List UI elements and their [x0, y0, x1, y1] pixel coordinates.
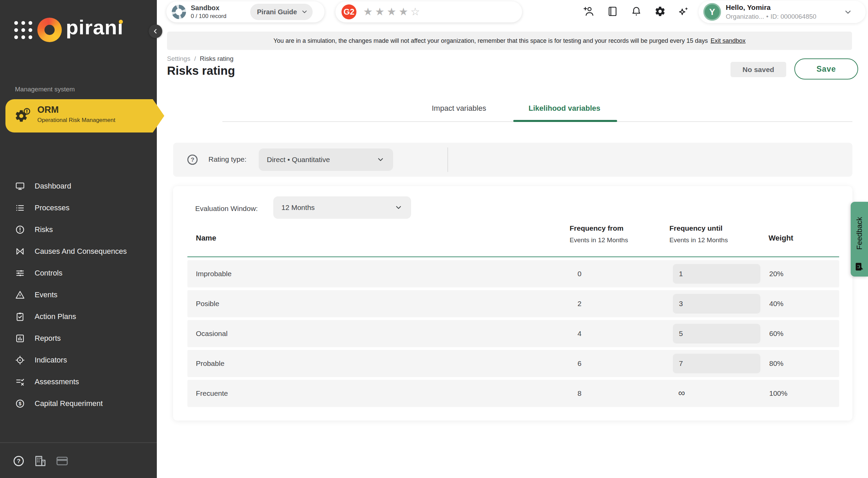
ai-sparkles-icon[interactable]: [676, 4, 691, 19]
simulation-banner: You are in a simulation, the changes mad…: [167, 32, 852, 50]
avatar-initial: Y: [709, 7, 715, 17]
events-icon: [15, 290, 25, 300]
help-icon[interactable]: ?: [12, 455, 25, 467]
exit-sandbox-link[interactable]: Exit sandbox: [710, 37, 745, 45]
apps-grid-icon[interactable]: [14, 21, 33, 40]
row-name: Ocasional: [196, 320, 227, 347]
frequency-from-value: 4: [569, 320, 590, 347]
tab-impact-variables[interactable]: Impact variables: [432, 104, 486, 113]
table-row: Frecuente8∞100%: [187, 380, 839, 407]
simulation-banner-text: You are in a simulation, the changes mad…: [274, 37, 708, 45]
table-row: Improbable020%: [187, 260, 839, 287]
avatar: Y: [703, 3, 721, 21]
rating-type-select[interactable]: Direct • Quantitative: [259, 148, 393, 171]
sidebar-item-label: Events: [35, 290, 57, 299]
causes-and-consequences-icon: [15, 246, 25, 256]
weight-value: 100%: [769, 380, 788, 407]
frequency-from-value: 6: [569, 350, 590, 377]
sidebar-item-risks[interactable]: Risks: [0, 219, 157, 241]
frequency-from-value: 2: [569, 290, 590, 317]
column-header-frequency-from: Frequency from Events in 12 Months: [570, 224, 628, 244]
evaluation-window-select[interactable]: 12 Months: [273, 196, 411, 219]
sidebar-item-events[interactable]: Events: [0, 284, 157, 306]
breadcrumb-separator: /: [194, 55, 196, 62]
star-filled-icon: ★: [399, 6, 410, 18]
sidebar-item-label: Processes: [35, 203, 70, 212]
evaluation-window-label: Evaluation Window:: [195, 205, 258, 213]
user-organization: Organizatio...: [726, 13, 764, 20]
feedback-tab[interactable]: Feedback: [851, 202, 868, 277]
module-code: ORM: [37, 105, 59, 115]
module-orm-banner[interactable]: ORM Operational Risk Management: [5, 99, 153, 132]
pirani-guide-dropdown[interactable]: Pirani Guide: [250, 4, 313, 20]
row-name: Improbable: [196, 260, 232, 287]
subline-separator: •: [766, 13, 769, 20]
frequency-until-input[interactable]: [673, 324, 760, 343]
table-header-rule: [187, 256, 839, 257]
likelihood-table-card: Evaluation Window: 12 Months Name Freque…: [173, 186, 852, 421]
gear-alert-icon: [15, 108, 31, 124]
table-row: Ocasional460%: [187, 320, 839, 347]
weight-value: 40%: [769, 290, 783, 317]
active-tab-underline: [513, 120, 617, 122]
svg-text:?: ?: [17, 458, 21, 464]
sandbox-status-pill[interactable]: Sandbox 0 / 100 record Pirani Guide: [166, 1, 325, 22]
sidebar-item-action-plans[interactable]: Action Plans: [0, 306, 157, 327]
sidebar-menu: DashboardProcessesRisksCauses And Conseq…: [0, 175, 157, 414]
sidebar-item-assessments[interactable]: Assessments: [0, 371, 157, 393]
add-user-icon[interactable]: [581, 4, 596, 19]
controls-icon: [15, 268, 25, 278]
rating-type-label: Rating type:: [208, 155, 246, 163]
frequency-from-title: Frequency from: [570, 224, 628, 232]
frequency-until-input[interactable]: [673, 264, 760, 284]
notifications-bell-icon[interactable]: [629, 4, 644, 19]
user-greeting: Hello, Yomira: [726, 3, 771, 12]
sidebar-item-indicators[interactable]: Indicators: [0, 349, 157, 371]
sidebar-item-processes[interactable]: Processes: [0, 197, 157, 219]
frequency-from-value: 8: [569, 380, 590, 407]
evaluation-window-value: 12 Months: [281, 196, 315, 219]
capital-requeriment-icon: $: [15, 399, 25, 409]
star-filled-icon: ★: [375, 6, 387, 18]
weight-value: 20%: [769, 260, 783, 287]
frequency-until-input[interactable]: [673, 294, 760, 314]
sidebar-item-reports[interactable]: Reports: [0, 327, 157, 349]
reports-icon: [15, 333, 25, 343]
g2-review-pill[interactable]: G2 ★★★★☆: [335, 1, 522, 22]
page-title: Risks rating: [167, 64, 235, 77]
breadcrumb-current: Risks rating: [200, 55, 234, 62]
settings-gear-icon[interactable]: [652, 4, 667, 19]
topbar-icon-group: [581, 4, 691, 19]
star-rating: ★★★★☆: [363, 4, 422, 20]
sidebar-item-label: Assessments: [35, 377, 79, 386]
risks-icon: [15, 225, 25, 235]
sidebar-item-label: Action Plans: [35, 312, 76, 321]
user-menu[interactable]: Y Hello, Yomira Organizatio...•ID: 00000…: [699, 1, 866, 23]
sidebar-item-causes-and-consequences[interactable]: Causes And Consequences: [0, 241, 157, 262]
sidebar-item-label: Capital Requeriment: [35, 399, 103, 408]
frequency-until-input[interactable]: [673, 354, 760, 373]
pirani-logo-text: piranı: [66, 16, 123, 39]
chevron-down-icon: [377, 156, 384, 163]
sidebar-collapse-button[interactable]: [149, 24, 162, 38]
row-name: Frecuente: [196, 380, 228, 407]
g2-logo-text: G2: [344, 7, 354, 17]
tab-likelihood-variables[interactable]: Likelihood variables: [529, 104, 601, 113]
sidebar-footer: ?: [12, 455, 69, 467]
breadcrumb-settings[interactable]: Settings: [167, 55, 190, 62]
user-subline: Organizatio...•ID: 0000064850: [726, 13, 818, 20]
sidebar-item-dashboard[interactable]: Dashboard: [0, 175, 157, 197]
sidebar-item-capital-requeriment[interactable]: $Capital Requeriment: [0, 393, 157, 414]
sidebar-item-controls[interactable]: Controls: [0, 262, 157, 284]
organization-icon[interactable]: [34, 455, 47, 467]
save-button[interactable]: Save: [794, 58, 858, 79]
processes-icon: [15, 203, 25, 213]
help-circle-icon[interactable]: ?: [186, 153, 199, 166]
sidebar-item-label: Causes And Consequences: [35, 247, 127, 256]
knowledge-book-icon[interactable]: [605, 4, 620, 19]
star-empty-icon: ☆: [410, 6, 422, 18]
pirani-logo-mark-icon: [37, 18, 62, 42]
rating-type-value: Direct • Quantitative: [267, 148, 330, 171]
billing-card-icon[interactable]: [56, 455, 69, 467]
sandbox-title: Sandbox: [191, 4, 219, 12]
